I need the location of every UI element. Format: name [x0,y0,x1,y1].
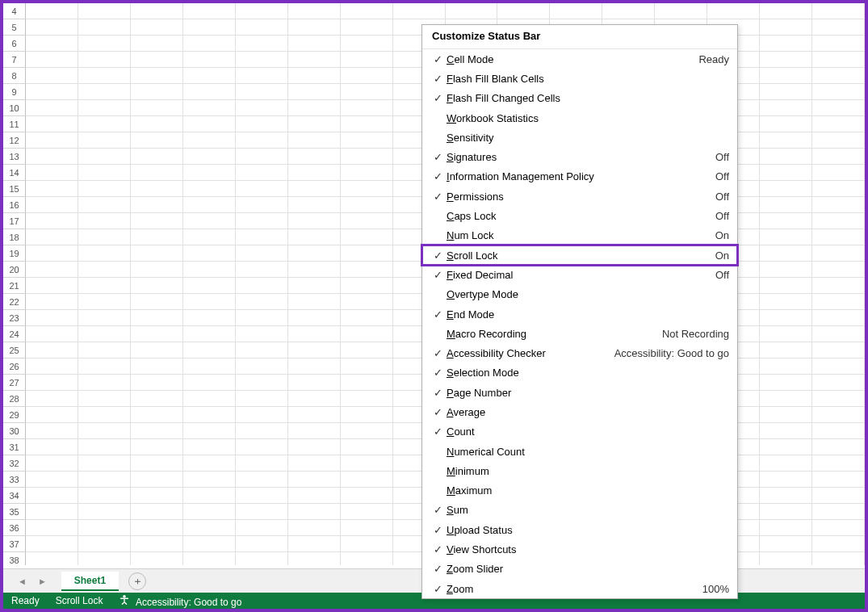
cell[interactable] [183,407,236,423]
cell[interactable] [131,294,183,310]
cell[interactable] [760,52,812,68]
cell[interactable] [183,358,236,375]
cell[interactable] [288,342,341,358]
cell[interactable] [183,262,236,278]
cell[interactable] [655,3,707,19]
cell[interactable] [760,520,812,536]
cell[interactable] [812,68,865,84]
cell[interactable] [760,132,812,149]
cell[interactable] [131,439,183,455]
cell[interactable] [131,407,183,423]
cell[interactable] [288,391,341,407]
cell[interactable] [183,68,236,84]
cell[interactable] [812,342,865,358]
cell[interactable] [78,19,131,36]
cell[interactable] [341,407,393,423]
cell[interactable] [78,326,131,342]
row-header[interactable]: 38 [3,552,26,565]
cell[interactable] [812,84,865,100]
menu-item-page-number[interactable]: ✓Page Number [422,383,737,402]
cell[interactable] [26,278,78,294]
cell[interactable] [26,116,78,132]
cell[interactable] [341,326,393,342]
cell[interactable] [288,197,341,213]
cell[interactable] [78,68,131,84]
cell[interactable] [26,165,78,181]
cell[interactable] [78,36,131,52]
cell[interactable] [393,3,446,19]
cell[interactable] [131,472,183,488]
cell[interactable] [236,197,288,213]
cell[interactable] [236,213,288,229]
cell[interactable] [183,149,236,165]
cell[interactable] [760,3,812,19]
cell[interactable] [183,213,236,229]
menu-item-maximum[interactable]: Maximum [422,481,737,501]
cell[interactable] [288,375,341,391]
cell[interactable] [26,310,78,326]
cell[interactable] [26,229,78,245]
cell[interactable] [183,294,236,310]
cell[interactable] [341,358,393,375]
tab-prev-icon[interactable]: ◄ [18,576,27,586]
cell[interactable] [760,116,812,132]
row-header[interactable]: 6 [3,36,26,52]
cell[interactable] [288,229,341,245]
row-header[interactable]: 22 [3,294,26,310]
cell[interactable] [812,245,865,262]
cell[interactable] [812,294,865,310]
cell[interactable] [288,358,341,375]
row-header[interactable]: 34 [3,488,26,504]
menu-item-numerical-count[interactable]: Numerical Count [422,442,737,461]
sheet-tab-active[interactable]: Sheet1 [61,572,119,591]
cell[interactable] [26,149,78,165]
cell[interactable] [236,358,288,375]
cell[interactable] [341,132,393,149]
cell[interactable] [760,552,812,565]
cell[interactable] [78,391,131,407]
row-header[interactable]: 27 [3,375,26,391]
cell[interactable] [131,36,183,52]
cell[interactable] [26,52,78,68]
cell[interactable] [341,52,393,68]
cell[interactable] [288,132,341,149]
cell[interactable] [707,3,760,19]
cell[interactable] [288,278,341,294]
cell[interactable] [78,229,131,245]
cell[interactable] [760,262,812,278]
cell[interactable] [131,391,183,407]
cell[interactable] [760,149,812,165]
cell[interactable] [131,3,183,19]
cell[interactable] [812,213,865,229]
cell[interactable] [288,68,341,84]
cell[interactable] [131,342,183,358]
menu-item-flash-fill-changed-cells[interactable]: ✓Flash Fill Changed Cells [422,89,737,108]
cell[interactable] [760,100,812,116]
cell[interactable] [78,116,131,132]
menu-item-view-shortcuts[interactable]: ✓View Shortcuts [422,539,737,559]
cell[interactable] [26,181,78,197]
cell[interactable] [78,294,131,310]
cell[interactable] [131,375,183,391]
cell[interactable] [341,504,393,520]
row-header[interactable]: 18 [3,229,26,245]
cell[interactable] [288,407,341,423]
menu-item-end-mode[interactable]: ✓End Mode [422,304,737,324]
cell[interactable] [78,520,131,536]
cell[interactable] [26,455,78,472]
cell[interactable] [341,455,393,472]
cell[interactable] [78,278,131,294]
menu-item-caps-lock[interactable]: Caps LockOff [422,206,737,225]
row-header[interactable]: 14 [3,165,26,181]
menu-item-workbook-statistics[interactable]: Workbook Statistics [422,108,737,128]
cell[interactable] [183,439,236,455]
cell[interactable] [812,552,865,565]
cell[interactable] [602,3,655,19]
cell[interactable] [236,19,288,36]
menu-item-macro-recording[interactable]: Macro RecordingNot Recording [422,324,737,343]
cell[interactable] [26,36,78,52]
cell[interactable] [26,488,78,504]
cell[interactable] [341,100,393,116]
cell[interactable] [26,262,78,278]
cell[interactable] [183,84,236,100]
